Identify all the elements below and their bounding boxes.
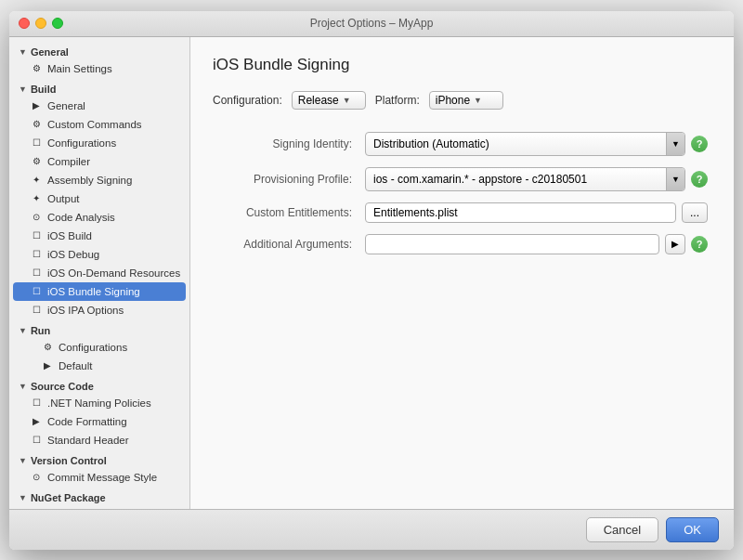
sidebar-item-custom-commands[interactable]: ⚙Custom Commands [9, 115, 189, 134]
custom-entitlements-row: Custom Entitlements: ... [213, 197, 711, 228]
sidebar-item-commit-message[interactable]: ⊙Commit Message Style [9, 468, 189, 487]
sidebar-item-output[interactable]: ✦Output [9, 189, 189, 208]
sidebar-item-ios-on-demand[interactable]: ☐iOS On-Demand Resources [9, 264, 189, 282]
item-icon-commit-message: ⊙ [30, 471, 43, 484]
sidebar-item-label: iOS Debug [47, 249, 99, 260]
section-label: Source Code [31, 381, 94, 392]
platform-arrow-icon: ▼ [474, 96, 482, 105]
main-panel: iOS Bundle Signing Configuration: Releas… [190, 37, 734, 509]
section-arrow-icon: ▼ [19, 493, 27, 502]
traffic-lights [19, 18, 63, 29]
sidebar-item-configurations-run[interactable]: ⚙Configurations [9, 338, 189, 357]
provisioning-profile-help[interactable]: ? [691, 171, 708, 188]
item-icon-ios-build: ☐ [30, 229, 43, 242]
config-label: Configuration: [213, 94, 282, 107]
sidebar-item-label: Code Formatting [47, 416, 127, 427]
section-label: NuGet Package [31, 492, 106, 503]
section-arrow-icon: ▼ [19, 456, 27, 465]
item-icon-general-build: ▶ [30, 99, 43, 112]
sidebar-item-standard-header[interactable]: ☐Standard Header [9, 431, 189, 449]
item-icon-code-formatting: ▶ [30, 415, 43, 428]
custom-entitlements-input[interactable] [365, 202, 676, 223]
section-arrow-icon: ▼ [19, 47, 27, 57]
sidebar-item-general-build[interactable]: ▶General [9, 97, 189, 115]
signing-identity-select[interactable]: Distribution (Automatic) ▼ [365, 132, 685, 156]
section-label: Run [31, 325, 50, 336]
sidebar-item-default[interactable]: ▶Default [9, 357, 189, 375]
sidebar-item-ios-build[interactable]: ☐iOS Build [9, 227, 189, 245]
platform-label: Platform: [375, 94, 420, 107]
close-button[interactable] [19, 18, 30, 29]
section-label: Build [31, 84, 57, 95]
additional-arguments-input[interactable] [365, 234, 659, 254]
sidebar-item-assembly-signing[interactable]: ✦Assembly Signing [9, 171, 189, 189]
sidebar-item-main-settings[interactable]: ⚙Main Settings [9, 59, 189, 78]
sidebar-item-net-naming[interactable]: ☐.NET Naming Policies [9, 394, 189, 412]
section-arrow-icon: ▼ [19, 382, 27, 391]
sidebar-section-header-run[interactable]: ▼Run [9, 321, 189, 338]
signing-identity-arrow[interactable]: ▼ [666, 133, 684, 155]
sidebar-section-header-general[interactable]: ▼General [9, 43, 189, 59]
sidebar-item-label: Custom Commands [47, 119, 142, 130]
sidebar-item-compiler[interactable]: ⚙Compiler [9, 152, 189, 171]
sidebar-section-header-version-control[interactable]: ▼Version Control [9, 451, 189, 468]
additional-arguments-control: ▶ ? [365, 234, 708, 254]
sidebar-section-header-build[interactable]: ▼Build [9, 80, 189, 97]
sidebar-section-version-control: ▼Version Control⊙Commit Message Style [9, 451, 189, 487]
provisioning-profile-value: ios - com.xamarin.* - appstore - c201805… [373, 173, 587, 186]
maximize-button[interactable] [52, 18, 63, 29]
platform-dropdown[interactable]: iPhone ▼ [429, 91, 503, 110]
section-label: Version Control [31, 455, 107, 466]
sidebar-item-code-formatting[interactable]: ▶Code Formatting [9, 412, 189, 431]
section-arrow-icon: ▼ [19, 326, 27, 335]
sidebar-item-label: iOS On-Demand Resources [47, 267, 180, 279]
sidebar-section-general: ▼General⚙Main Settings [9, 43, 189, 78]
sidebar-item-ios-ipa-options[interactable]: ☐iOS IPA Options [9, 301, 189, 319]
sidebar-item-label: iOS Build [47, 230, 92, 241]
window-title: Project Options – MyApp [310, 17, 434, 30]
provisioning-profile-arrow[interactable]: ▼ [666, 168, 684, 190]
signing-identity-control: Distribution (Automatic) ▼ ? [365, 132, 708, 156]
sidebar-section-header-source-code[interactable]: ▼Source Code [9, 377, 189, 394]
item-icon-ios-ipa-options: ☐ [30, 304, 43, 317]
footer: Cancel OK [9, 509, 734, 550]
sidebar-item-label: Configurations [59, 342, 127, 353]
form-table: Signing Identity: Distribution (Automati… [213, 126, 711, 260]
additional-arguments-help[interactable]: ? [691, 236, 708, 253]
signing-identity-label: Signing Identity: [213, 126, 361, 162]
sidebar-item-label: iOS Bundle Signing [47, 286, 140, 297]
sidebar-item-label: Default [59, 360, 92, 371]
sidebar-item-label: General [47, 100, 85, 111]
sidebar-item-label: Standard Header [47, 435, 129, 446]
sidebar-item-configurations[interactable]: ☐Configurations [9, 134, 189, 152]
minimize-button[interactable] [35, 18, 46, 29]
sidebar-item-code-analysis[interactable]: ⊙Code Analysis [9, 208, 189, 227]
signing-identity-value: Distribution (Automatic) [373, 137, 489, 150]
sidebar-item-label: Commit Message Style [47, 472, 157, 483]
item-icon-configurations-run: ⚙ [41, 341, 54, 354]
additional-arguments-label: Additional Arguments: [213, 228, 361, 260]
provisioning-profile-row: Provisioning Profile: ios - com.xamarin.… [213, 162, 711, 197]
sidebar-section-source-code: ▼Source Code☐.NET Naming Policies▶Code F… [9, 377, 189, 449]
sidebar-item-label: iOS IPA Options [47, 305, 124, 316]
item-icon-compiler: ⚙ [30, 155, 43, 168]
config-arrow-icon: ▼ [343, 96, 351, 105]
sidebar-item-label: Assembly Signing [47, 175, 132, 186]
item-icon-standard-header: ☐ [30, 434, 43, 447]
config-value: Release [298, 94, 339, 107]
cancel-button[interactable]: Cancel [586, 517, 658, 542]
ok-button[interactable]: OK [666, 517, 719, 542]
custom-entitlements-browse[interactable]: ... [682, 202, 708, 223]
additional-arguments-play[interactable]: ▶ [665, 234, 685, 254]
signing-identity-help[interactable]: ? [691, 136, 708, 152]
provisioning-profile-select[interactable]: ios - com.xamarin.* - appstore - c201805… [365, 167, 685, 191]
item-icon-default: ▶ [41, 359, 54, 372]
sidebar-section-header-nuget-package[interactable]: ▼NuGet Package [9, 488, 189, 505]
sidebar-item-ios-bundle-signing[interactable]: ☐iOS Bundle Signing [13, 282, 186, 301]
provisioning-profile-control: ios - com.xamarin.* - appstore - c201805… [365, 167, 708, 191]
provisioning-profile-label: Provisioning Profile: [213, 162, 361, 197]
sidebar-item-ios-debug[interactable]: ☐iOS Debug [9, 245, 189, 264]
item-icon-custom-commands: ⚙ [30, 118, 43, 131]
config-dropdown[interactable]: Release ▼ [292, 91, 366, 110]
sidebar-item-label: Compiler [47, 156, 90, 167]
